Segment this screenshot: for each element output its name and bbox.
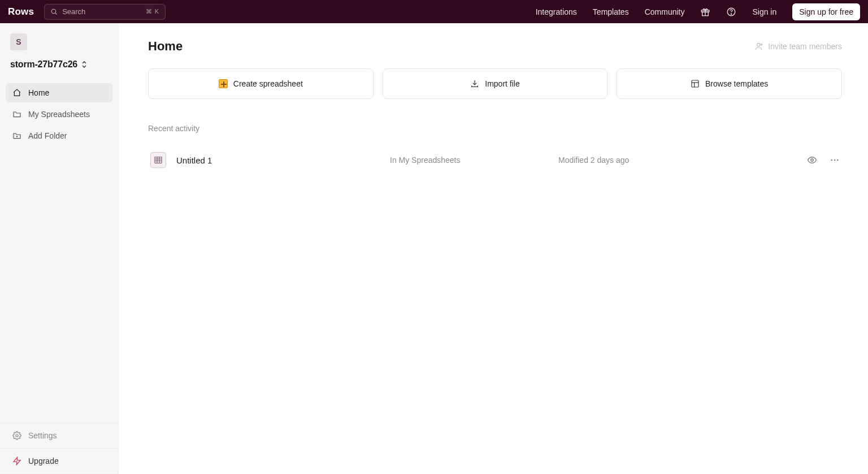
search-shortcut: ⌘ K [146,8,159,15]
sidebar-settings[interactable]: Settings [0,423,118,449]
templates-icon [691,79,700,88]
svg-point-22 [811,159,814,162]
sidebar-item-my-spreadsheets[interactable]: My Spreadsheets [6,105,112,124]
folder-plus-icon [12,131,21,140]
invite-team-label: Invite team members [768,42,842,51]
home-icon [12,88,21,97]
plus-square-icon [219,79,228,88]
visibility-icon[interactable] [807,155,817,165]
sidebar-item-home[interactable]: Home [6,83,112,102]
header-nav: Integrations Templates Community Sign in… [536,3,860,20]
search-icon [50,8,58,15]
nav-sign-in[interactable]: Sign in [752,7,776,16]
import-file-label: Import file [485,79,519,88]
sidebar-upgrade-label: Upgrade [28,456,59,466]
quick-actions: Create spreadsheet Import file Browse te… [148,68,842,99]
create-spreadsheet-button[interactable]: Create spreadsheet [148,68,374,99]
svg-point-23 [831,160,832,161]
file-modified: Modified 2 days ago [558,156,797,165]
page-title: Home [148,39,183,54]
lightning-icon [12,456,21,466]
sign-up-button[interactable]: Sign up for free [792,3,860,20]
nav-integrations[interactable]: Integrations [536,7,577,16]
nav-templates[interactable]: Templates [593,7,629,16]
gear-icon [12,431,21,440]
file-name: Untitled 1 [176,156,380,165]
nav-community[interactable]: Community [645,7,685,16]
recent-activity-label: Recent activity [148,124,842,133]
workspace-avatar[interactable]: S [10,33,27,50]
svg-rect-17 [155,157,162,163]
workspace-switcher[interactable]: storm-27b77c26 [10,59,108,70]
chevron-updown-icon [81,61,88,68]
svg-line-1 [55,13,57,14]
sidebar-bottom: Settings Upgrade [0,423,118,474]
sidebar-item-add-folder[interactable]: Add Folder [6,126,112,145]
user-plus-icon [754,42,763,51]
file-location: In My Spreadsheets [390,156,548,165]
upload-icon [470,79,479,88]
invite-team-button[interactable]: Invite team members [754,42,842,51]
svg-marker-10 [14,457,20,464]
folder-icon [12,110,21,119]
import-file-button[interactable]: Import file [383,68,608,99]
sidebar-item-label: Add Folder [28,131,67,140]
app-header: Rows Search ⌘ K Integrations Templates C… [0,0,868,23]
svg-point-0 [51,9,56,14]
recent-file-row[interactable]: Untitled 1 In My Spreadsheets Modified 2… [148,145,842,175]
svg-point-25 [837,160,838,161]
logo[interactable]: Rows [8,6,34,18]
gift-icon[interactable] [700,7,710,17]
create-spreadsheet-label: Create spreadsheet [233,79,303,88]
sidebar-nav: Home My Spreadsheets Add Folder [0,83,118,145]
browse-templates-label: Browse templates [705,79,768,88]
svg-rect-14 [692,80,698,87]
svg-point-9 [16,434,18,437]
svg-point-11 [757,44,760,46]
search-input[interactable]: Search ⌘ K [44,4,166,20]
sidebar-upgrade[interactable]: Upgrade [0,449,118,474]
more-icon[interactable] [830,155,840,165]
svg-point-24 [834,160,835,161]
sidebar: S storm-27b77c26 Home My Spreadsheets [0,23,119,474]
workspace-name: storm-27b77c26 [10,59,77,70]
help-icon[interactable] [726,7,736,17]
sidebar-settings-label: Settings [28,431,57,440]
search-placeholder: Search [62,7,141,16]
sidebar-item-label: Home [28,88,49,97]
svg-point-6 [731,14,732,14]
sidebar-item-label: My Spreadsheets [28,110,90,119]
spreadsheet-icon [150,152,166,168]
browse-templates-button[interactable]: Browse templates [617,68,842,99]
main-content: Home Invite team members Create spreadsh… [119,23,868,474]
